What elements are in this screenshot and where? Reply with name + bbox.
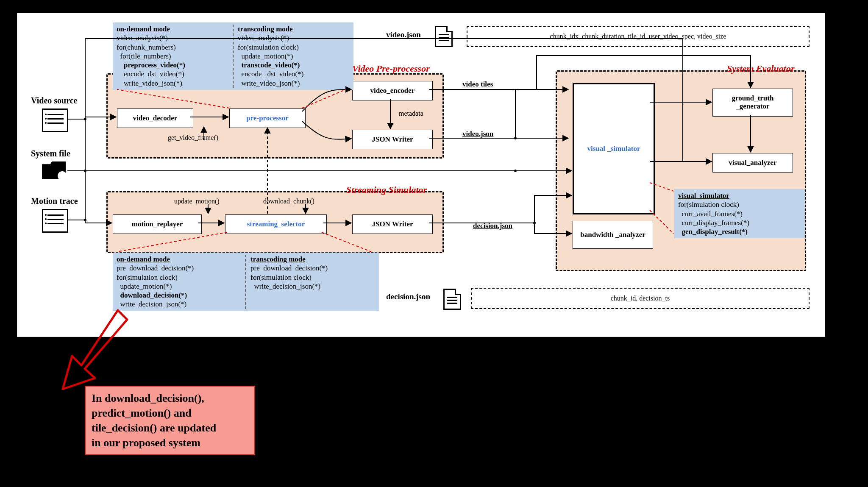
eval-l4: gen_display_result(*)	[678, 227, 801, 236]
decision-json-fields: chunk_id, decision_ts	[471, 288, 810, 309]
preproc-right-l3: update_motion(*)	[238, 52, 350, 61]
stream-left-header: on-demand mode	[117, 255, 241, 264]
stream-left-l1: pre_download_decision(*)	[117, 264, 241, 273]
text-json-writer-2: JSON Writer	[372, 220, 413, 228]
preproc-right-l1: video_analysis(*)	[238, 33, 350, 42]
callout-box: In download_decision(), predict_motion()…	[85, 386, 255, 455]
stream-left-l2: for(simulation clock)	[117, 273, 241, 282]
label-video-json-arrow: video.json	[462, 130, 493, 138]
callout-line3: tile_decision() are updated	[92, 420, 248, 435]
text-motion-replayer: motion_replayer	[132, 220, 183, 228]
video-json-fields: chunk_idx, chunk_duration, tile_id, user…	[467, 26, 810, 47]
label-update-motion: update_motion()	[174, 198, 220, 205]
stream-right-l1: pre_download_decision(*)	[250, 264, 375, 273]
preproc-left-l4: preprocess_video(*)	[117, 61, 228, 70]
preproc-left-l1: video_analysis(*)	[117, 33, 228, 42]
decision-json-fields-text: chunk_id, decision_ts	[611, 295, 670, 302]
text-streaming-selector: streaming_selector	[247, 220, 305, 228]
preproc-left-l6: write_video_json(*)	[117, 79, 228, 88]
stream-left-l3: update_motion(*)	[117, 282, 241, 291]
motion-trace-icon	[42, 209, 68, 233]
node-ground-truth: ground_truth _generator	[712, 89, 793, 117]
node-streaming-selector: streaming_selector	[225, 214, 327, 234]
node-motion-replayer: motion_replayer	[113, 214, 202, 234]
preproc-right-l5: encode_ dst_video(*)	[238, 70, 350, 78]
stream-right-l2: for(simulation clock)	[250, 273, 375, 282]
preproc-left-l3: for(tile_numbers)	[117, 52, 228, 61]
decision-json-file-icon	[443, 289, 461, 310]
preproc-right-l6: write_video_json(*)	[238, 79, 350, 88]
svg-marker-35	[63, 310, 127, 389]
codebox-stream-left: on-demand mode pre_download_decision(*) …	[117, 255, 241, 309]
stream-right-header: transcoding mode	[250, 255, 375, 264]
svg-point-31	[84, 219, 86, 221]
stream-left-l5: write_decision_json(*)	[117, 300, 241, 309]
title-preprocessor: Video Pre-processor	[352, 63, 430, 74]
codebox-streaming: on-demand mode pre_download_decision(*) …	[113, 253, 379, 311]
label-motion-trace: Motion trace	[31, 196, 78, 206]
node-json-writer-2: JSON Writer	[352, 214, 433, 234]
label-system-file: System file	[31, 149, 70, 159]
label-download-chunk: download_chunk()	[263, 198, 314, 205]
codebox-preprocessor: on-demand mode video_analysis(*) for(chu…	[113, 22, 353, 90]
text-visual-analyzer: visual_analyzer	[729, 159, 776, 167]
preproc-right-header: transcoding mode	[238, 25, 350, 33]
text-json-writer-1: JSON Writer	[372, 136, 413, 144]
codebox-stream-right: transcoding mode pre_download_decision(*…	[250, 255, 375, 309]
svg-point-30	[84, 170, 86, 172]
label-get-video-frame: get_video_frame()	[168, 134, 218, 142]
text-video-decoder: video_decoder	[133, 114, 178, 122]
codebox-preproc-left: on-demand mode video_analysis(*) for(chu…	[117, 25, 228, 88]
label-metadata: metadata	[399, 110, 423, 117]
callout-arrow-icon	[55, 305, 131, 390]
preproc-right-l2: for(simulation clock)	[238, 43, 350, 52]
label-decision-json-arrow: decision.json	[473, 222, 512, 230]
eval-l1: for(simulation clock)	[678, 200, 801, 209]
svg-point-29	[84, 118, 86, 120]
callout-line2: predict_motion() and	[92, 406, 248, 420]
svg-point-34	[533, 222, 536, 224]
preproc-right-l4: transcode_video(*)	[238, 61, 350, 70]
callout-line1: In download_decision(),	[92, 391, 248, 406]
text-bandwidth-analyzer: bandwidth _analyzer	[580, 231, 645, 239]
text-visual-simulator: visual _simulator	[587, 145, 640, 153]
video-json-fields-text: chunk_idx, chunk_duration, tile_id, user…	[550, 33, 726, 40]
label-decision-json: decision.json	[386, 292, 430, 301]
text-ground-truth: ground_truth _generator	[715, 95, 791, 110]
svg-point-32	[514, 137, 517, 139]
node-visual-analyzer: visual_analyzer	[712, 153, 793, 173]
video-source-icon	[42, 109, 68, 132]
codebox-evaluator: visual_simulator for(simulation clock) c…	[674, 189, 805, 238]
preproc-left-header: on-demand mode	[117, 25, 228, 33]
diagram-panel: Video Pre-processor Streaming Simulator …	[17, 13, 825, 337]
text-video-encoder: video_encoder	[370, 87, 415, 95]
codebox-preproc-right: transcoding mode video_analysis(*) for(s…	[238, 25, 350, 88]
system-file-icon	[42, 161, 66, 179]
title-evaluator: System Evaluator	[727, 63, 795, 74]
label-video-json: video.json	[386, 30, 421, 39]
node-video-encoder: video_encoder	[352, 81, 433, 100]
callout-line4: in our proposed system	[92, 435, 248, 450]
node-video-decoder: video_decoder	[117, 109, 193, 128]
label-video-tiles: video tiles	[462, 80, 493, 89]
node-visual-simulator: visual _simulator	[573, 83, 655, 214]
stream-left-l4: download_decision(*)	[117, 291, 241, 300]
stream-right-l3: write_decision_json(*)	[250, 282, 375, 291]
text-pre-processor: pre-processor	[246, 114, 288, 122]
node-bandwidth-analyzer: bandwidth _analyzer	[573, 221, 653, 249]
title-streaming: Streaming Simulator	[346, 184, 427, 195]
preproc-left-l2: for(chunk_numbers)	[117, 43, 228, 52]
video-json-file-icon	[435, 26, 453, 47]
node-pre-processor: pre-processor	[229, 109, 306, 128]
label-video-source: Video source	[31, 96, 77, 106]
preproc-left-l5: encode_dst_video(*)	[117, 70, 228, 78]
eval-header: visual_simulator	[678, 191, 801, 200]
svg-point-33	[514, 170, 517, 172]
eval-l2: curr_avail_frames(*)	[678, 209, 801, 218]
eval-l3: curr_display_frames(*)	[678, 218, 801, 227]
node-json-writer-1: JSON Writer	[352, 130, 433, 149]
